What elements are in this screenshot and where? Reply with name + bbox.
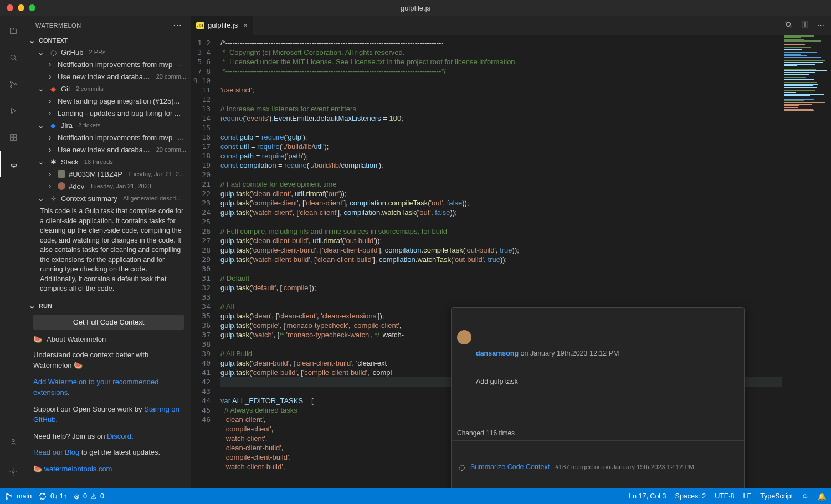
chevron-down-icon: ⌄	[28, 301, 37, 310]
hover-date: on January 19th,2023 12:12 PM	[521, 349, 619, 357]
hover-message: Add gulp task	[476, 377, 738, 387]
github-item-0[interactable]: ›Notification improvements from mvp...	[27, 58, 191, 70]
jira-item-1[interactable]: ›Use new index and database20 comm...	[27, 143, 191, 156]
about-watermelon: 🍉 About Watermelon	[33, 335, 184, 344]
hover-row-github[interactable]: ◌Summarize Code Context#137 merged on on…	[452, 460, 744, 475]
watermelon-sidebar: WATERMELON ⋯ ⌄ CONTEXT ⌄ ◌ GitHub 2 PRs …	[27, 16, 191, 488]
context-summary-row[interactable]: ⌄ ✧ Context summary AI generated descri.…	[27, 192, 191, 204]
chevron-right-icon: ›	[45, 145, 54, 154]
sparkle-icon: ✧	[49, 194, 58, 203]
chevron-right-icon: ›	[45, 133, 54, 142]
hover-author[interactable]: dansamsong	[476, 349, 519, 357]
github-item-1[interactable]: ›Use new index and database20 comm...	[27, 70, 191, 83]
tab-gulpfile[interactable]: JS gulpfile.js ×	[191, 16, 254, 35]
svg-point-15	[11, 495, 12, 496]
status-bar: main 0↓ 1↑ ⊗0⚠0 Ln 17, Col 3 Spaces: 2 U…	[0, 488, 831, 504]
status-cursor[interactable]: Ln 17, Col 3	[629, 492, 666, 500]
status-spaces[interactable]: Spaces: 2	[675, 492, 706, 500]
status-sync[interactable]: 0↓ 1↑	[38, 492, 67, 501]
slack-item-0[interactable]: ›#U033MT1BZ4PTuesday, Jan 21, 2...	[27, 168, 191, 180]
section-label: RUN	[39, 302, 52, 309]
context-git[interactable]: ⌄ ◆ Git 2 commits	[27, 83, 191, 95]
chevron-down-icon: ⌄	[37, 194, 45, 203]
git-icon: ◆	[49, 84, 58, 93]
context-slack[interactable]: ⌄ ✱ Slack 18 threads	[27, 156, 191, 168]
github-icon: ◌	[457, 463, 466, 472]
get-full-context-button[interactable]: Get Full Code Context	[33, 315, 184, 330]
git-item-1[interactable]: ›Landing - updates and bug fixing for ..…	[27, 107, 191, 119]
more-icon[interactable]: ⋯	[173, 20, 182, 30]
run-debug-icon[interactable]	[0, 97, 27, 124]
avatar-icon	[457, 330, 471, 344]
close-window-icon[interactable]	[7, 4, 13, 11]
section-context[interactable]: ⌄ CONTEXT	[27, 35, 191, 46]
js-file-icon: JS	[196, 22, 204, 29]
slack-icon: ✱	[49, 157, 58, 166]
svg-rect-6	[11, 138, 13, 141]
status-branch[interactable]: main	[4, 492, 32, 501]
discord-link[interactable]: Discord	[107, 432, 131, 440]
label: GitHub	[61, 48, 83, 56]
code-area[interactable]: /*--------------------------------------…	[220, 35, 782, 488]
tab-label: gulpfile.js	[208, 21, 238, 29]
maximize-window-icon[interactable]	[29, 4, 35, 11]
warning-icon: ⚠	[90, 492, 97, 501]
split-editor-icon[interactable]	[801, 20, 809, 30]
about-desc: Understand code context better with Wate…	[33, 349, 184, 371]
svg-point-3	[14, 83, 16, 85]
status-encoding[interactable]: UTF-8	[715, 492, 734, 500]
svg-point-0	[11, 55, 15, 59]
status-eol[interactable]: LF	[743, 492, 752, 500]
github-icon: ◌	[49, 48, 58, 56]
more-actions-icon[interactable]: ⋯	[817, 21, 824, 29]
explorer-icon[interactable]	[0, 18, 27, 44]
chevron-right-icon: ›	[45, 96, 54, 105]
watermelon-icon[interactable]	[0, 151, 27, 177]
svg-point-2	[10, 85, 12, 87]
svg-point-11	[789, 25, 791, 27]
svg-rect-7	[14, 138, 17, 141]
slack-item-1[interactable]: ›#devTuesday, Jan 21, 2023	[27, 180, 191, 192]
accounts-icon[interactable]	[0, 429, 27, 455]
context-github[interactable]: ⌄ ◌ GitHub 2 PRs	[27, 46, 191, 58]
settings-gear-icon[interactable]	[0, 459, 27, 485]
rec-extensions-link[interactable]: Add Watermelon to your recommended exten…	[33, 377, 184, 398]
extensions-icon[interactable]	[0, 124, 27, 151]
jira-item-0[interactable]: ›Notification improvements from mvp...	[27, 131, 191, 143]
hover-changed: Changed 116 times	[452, 426, 744, 441]
feedback-icon[interactable]: ☺	[802, 492, 809, 500]
activity-bar	[0, 16, 27, 488]
section-label: CONTEXT	[39, 37, 68, 44]
source-control-icon[interactable]	[0, 71, 27, 97]
error-icon: ⊗	[74, 492, 80, 501]
minimize-window-icon[interactable]	[18, 4, 24, 11]
git-item-0[interactable]: ›New landing page integration (#125)...	[27, 95, 191, 107]
notifications-icon[interactable]: 🔔	[818, 492, 827, 501]
svg-point-8	[12, 439, 15, 442]
context-jira[interactable]: ⌄ ◆ Jira 2 tickets	[27, 119, 191, 131]
svg-rect-5	[14, 135, 17, 137]
svg-point-1	[10, 81, 12, 83]
editor-area: JS gulpfile.js × ⋯ 1 2 3 4 5 6 7 8 9 10 …	[191, 16, 831, 488]
search-icon[interactable]	[0, 44, 27, 71]
line-number-gutter: 1 2 3 4 5 6 7 8 9 10 11 12 13 14 15 16 1…	[191, 35, 220, 488]
svg-point-14	[6, 498, 8, 500]
chevron-right-icon: ›	[45, 169, 54, 178]
chevron-down-icon: ⌄	[37, 84, 45, 93]
svg-rect-4	[11, 135, 13, 137]
chevron-right-icon: ›	[45, 109, 54, 117]
sidebar-title: WATERMELON ⋯	[27, 16, 191, 35]
chevron-down-icon: ⌄	[37, 157, 45, 166]
close-icon[interactable]: ×	[243, 21, 248, 29]
compare-changes-icon[interactable]	[784, 20, 793, 30]
status-language[interactable]: TypeScript	[760, 492, 793, 500]
context-summary-body: This code is a Gulp task that compiles c…	[27, 204, 191, 300]
svg-point-13	[6, 493, 8, 495]
status-problems[interactable]: ⊗0⚠0	[74, 492, 104, 501]
website-link[interactable]: watermelontools.com	[44, 465, 112, 473]
chevron-right-icon: ›	[45, 72, 54, 81]
blog-link[interactable]: Read our Blog	[33, 448, 79, 456]
section-run[interactable]: ⌄ RUN	[27, 300, 191, 311]
window-titlebar: gulpfile.js	[0, 0, 831, 16]
minimap[interactable]	[782, 35, 831, 488]
